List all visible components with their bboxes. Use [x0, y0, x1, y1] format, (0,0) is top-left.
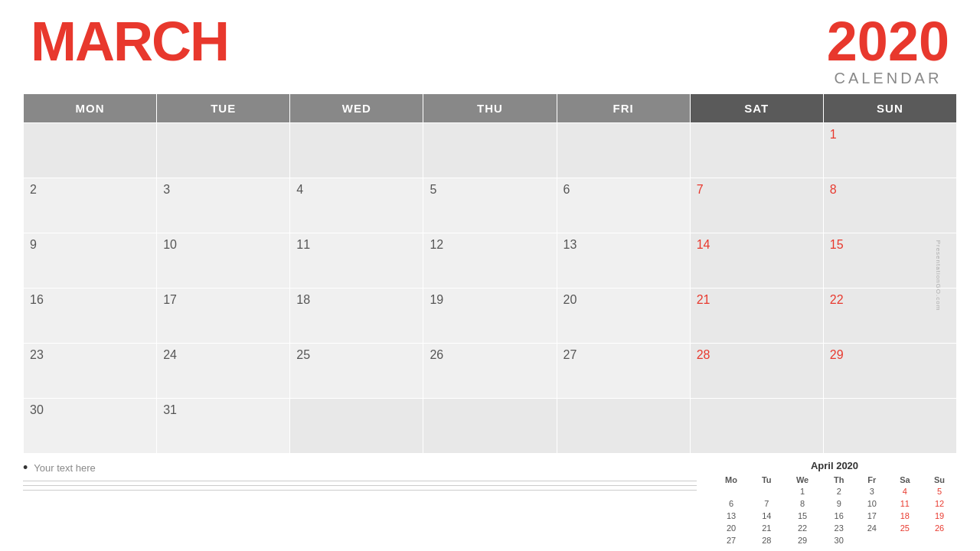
- col-header-fri: FRI: [557, 94, 690, 123]
- bullet-line: • Your text here: [23, 460, 697, 476]
- mini-cell-r4c5: [888, 534, 922, 546]
- day-number: 18: [296, 293, 310, 306]
- day-number: 2: [30, 183, 37, 196]
- day-number: 31: [163, 403, 177, 416]
- calendar-cell-r0c1: [157, 123, 290, 178]
- day-number: 23: [30, 348, 44, 361]
- mini-cell-r4c0: 27: [712, 534, 750, 546]
- calendar-cell-r0c6: 1: [823, 123, 956, 178]
- day-number: 21: [697, 293, 710, 306]
- day-number: 22: [830, 293, 844, 306]
- mini-cell-r3c0: 20: [712, 522, 750, 534]
- mini-cell-r2c0: 13: [712, 510, 750, 522]
- calendar-cell-r0c4: [557, 123, 690, 178]
- calendar-cell-r1c0: 2: [24, 178, 157, 233]
- calendar-cell-r5c3: [423, 399, 557, 454]
- mini-cell-r3c4: 24: [856, 522, 888, 534]
- mini-cell-r3c5: 25: [888, 522, 922, 534]
- mini-cell-r2c1: 14: [750, 510, 783, 522]
- divider-1: [23, 481, 697, 481]
- mini-cell-r3c2: 22: [783, 522, 822, 534]
- calendar-cell-r1c3: 5: [423, 178, 557, 233]
- day-number: 30: [30, 403, 44, 416]
- month-title: MARCH: [31, 14, 228, 69]
- calendar-cell-r4c3: 26: [423, 344, 557, 399]
- mini-cell-r1c1: 7: [750, 497, 783, 510]
- calendar-cell-r5c4: [557, 399, 690, 454]
- day-number: 25: [296, 348, 310, 361]
- mini-cell-r0c0: [712, 485, 750, 497]
- day-number: 12: [430, 238, 443, 251]
- divider-3: [23, 490, 697, 491]
- day-number: 27: [564, 348, 577, 361]
- col-header-mon: MON: [24, 94, 157, 123]
- mini-cell-r2c5: 18: [888, 510, 922, 522]
- mini-cell-r1c2: 8: [783, 497, 822, 510]
- calendar-cell-r4c6: 29: [823, 344, 956, 399]
- mini-col-su: Su: [922, 474, 957, 485]
- mini-cell-r0c5: 4: [888, 485, 922, 497]
- calendar-cell-r5c2: [290, 399, 423, 454]
- day-number: 1: [830, 128, 837, 141]
- calendar-cell-r4c1: 24: [157, 344, 290, 399]
- mini-cell-r0c3: 2: [822, 485, 856, 497]
- footer: • Your text here April 2020 MoTuWeThFrSa…: [0, 454, 980, 546]
- col-header-sat: SAT: [690, 94, 823, 123]
- mini-cell-r3c1: 21: [750, 522, 783, 534]
- col-header-thu: THU: [423, 94, 557, 123]
- col-header-sun: SUN: [823, 94, 956, 123]
- mini-cell-r4c3: 30: [822, 534, 856, 546]
- mini-cell-r1c0: 6: [712, 497, 750, 510]
- mini-cell-r0c1: [750, 485, 783, 497]
- year-number: 2020: [827, 14, 949, 69]
- day-number: 13: [564, 238, 577, 251]
- day-number: 11: [296, 238, 310, 251]
- day-number: 16: [30, 293, 44, 306]
- mini-cell-r3c3: 23: [822, 522, 856, 534]
- day-number: 4: [296, 183, 303, 196]
- calendar-cell-r4c4: 27: [557, 344, 690, 399]
- mini-cell-r1c5: 11: [888, 497, 922, 510]
- day-number: 8: [830, 183, 837, 196]
- calendar-cell-r3c2: 18: [290, 289, 423, 344]
- day-number: 20: [564, 293, 577, 306]
- calendar-cell-r4c5: 28: [690, 344, 823, 399]
- col-header-wed: WED: [290, 94, 423, 123]
- divider-2: [23, 485, 697, 486]
- day-number: 6: [564, 183, 570, 196]
- calendar-cell-r4c0: 23: [24, 344, 157, 399]
- mini-cell-r1c4: 10: [856, 497, 888, 510]
- mini-cell-r1c6: 12: [922, 497, 957, 510]
- mini-col-th: Th: [822, 474, 856, 485]
- calendar-cell-r0c2: [290, 123, 423, 178]
- calendar-cell-r3c3: 19: [423, 289, 557, 344]
- mini-col-fr: Fr: [856, 474, 888, 485]
- day-number: 15: [830, 238, 844, 251]
- day-number: 14: [697, 238, 710, 251]
- calendar-cell-r2c3: 12: [423, 233, 557, 289]
- calendar-cell-r4c2: 25: [290, 344, 423, 399]
- day-number: 9: [30, 238, 37, 251]
- calendar-label: CALENDAR: [827, 70, 949, 86]
- calendar-cell-r2c4: 13: [557, 233, 690, 289]
- mini-cell-r2c4: 17: [856, 510, 888, 522]
- col-header-tue: TUE: [157, 94, 290, 123]
- mini-col-mo: Mo: [712, 474, 750, 485]
- calendar-cell-r2c2: 11: [290, 233, 423, 289]
- calendar-cell-r1c2: 4: [290, 178, 423, 233]
- calendar-cell-r1c5: 7: [690, 178, 823, 233]
- calendar-cell-r5c5: [690, 399, 823, 454]
- mini-cell-r3c6: 26: [922, 522, 957, 534]
- mini-cell-r2c3: 16: [822, 510, 856, 522]
- calendar-cell-r2c0: 9: [24, 233, 157, 289]
- day-number: 26: [430, 348, 443, 361]
- calendar-cell-r2c1: 10: [157, 233, 290, 289]
- bullet-icon: •: [23, 460, 28, 476]
- year-block: 2020 CALENDAR: [827, 14, 949, 86]
- mini-cell-r0c6: 5: [922, 485, 957, 497]
- calendar-cell-r3c5: 21: [690, 289, 823, 344]
- mini-cell-r4c4: [856, 534, 888, 546]
- calendar-grid: MONTUEWEDTHUFRISATSUN 123456789101112131…: [0, 93, 980, 454]
- calendar-cell-r0c0: [24, 123, 157, 178]
- calendar-cell-r5c1: 31: [157, 399, 290, 454]
